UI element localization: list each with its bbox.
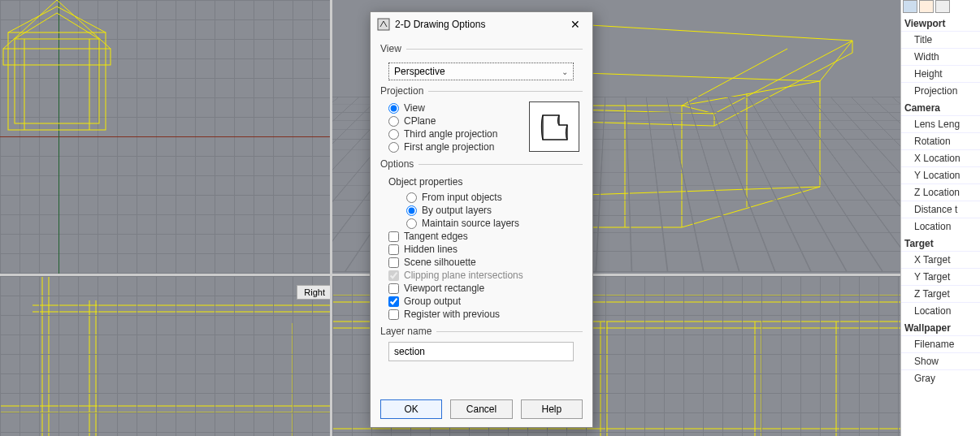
panel-row[interactable]: Height (901, 65, 980, 82)
properties-panel: ViewportTitleWidthHeightProjectionCamera… (900, 0, 980, 436)
dialog-title: 2-D Drawing Options (395, 19, 565, 30)
close-button[interactable]: ✕ (565, 14, 586, 35)
radio-objprops-input[interactable]: From input objects (380, 191, 583, 204)
cancel-button[interactable]: Cancel (450, 399, 512, 419)
group-options: Options (380, 158, 583, 170)
panel-row[interactable]: Location (901, 218, 980, 235)
panel-tab-icons[interactable] (901, 0, 980, 15)
radio-projection-view[interactable]: View (380, 101, 529, 114)
help-button[interactable]: Help (521, 399, 583, 419)
app-icon (377, 18, 390, 31)
tab-icon-1[interactable] (903, 0, 917, 13)
panel-row[interactable]: Z Target (901, 285, 980, 302)
layer-name-input[interactable] (388, 342, 574, 361)
panel-row[interactable]: X Target (901, 251, 980, 268)
panel-row[interactable]: Projection (901, 82, 980, 99)
check-hidden-lines[interactable]: Hidden lines (380, 243, 583, 256)
make2d-dialog: 2-D Drawing Options ✕ View Perspective ⌄… (370, 11, 593, 428)
panel-section-viewport: Viewport (901, 15, 980, 31)
svg-line-4 (57, 6, 106, 32)
svg-rect-1 (15, 39, 99, 123)
check-group-output[interactable]: Group output (380, 295, 583, 308)
panel-row[interactable]: Width (901, 48, 980, 65)
svg-rect-0 (8, 32, 106, 130)
viewport-grid-lines (0, 276, 330, 436)
tab-icon-3[interactable] (935, 0, 950, 13)
radio-objprops-maintain[interactable]: Maintain source layers (380, 217, 583, 230)
object-properties-label: Object properties (380, 170, 583, 191)
radio-projection-third[interactable]: Third angle projection (380, 127, 529, 140)
chevron-down-icon: ⌄ (562, 67, 568, 76)
wireframe-top (0, 0, 138, 138)
panel-row[interactable]: Y Location (901, 166, 980, 183)
panel-section-camera: Camera (901, 99, 980, 115)
view-combobox[interactable]: Perspective ⌄ (388, 63, 574, 80)
panel-row[interactable]: Distance t (901, 201, 980, 218)
panel-row[interactable]: Location (901, 302, 980, 319)
panel-row[interactable]: Z Location (901, 183, 980, 201)
check-tangent-edges[interactable]: Tangent edges (380, 230, 583, 243)
svg-line-7 (3, 0, 57, 49)
svg-line-3 (8, 6, 57, 32)
group-layer-name: Layer name (380, 326, 583, 337)
ok-button[interactable]: OK (380, 399, 442, 419)
panel-row[interactable]: Y Target (901, 268, 980, 285)
svg-line-8 (57, 0, 111, 49)
panel-row[interactable]: Filename (901, 335, 980, 352)
viewport-label-right[interactable]: Right (297, 285, 330, 300)
panel-row[interactable]: Lens Leng (901, 115, 980, 132)
tab-icon-2[interactable] (919, 0, 934, 13)
svg-rect-2 (3, 49, 111, 65)
panel-section-wallpaper: Wallpaper (901, 319, 980, 335)
check-viewport-rectangle[interactable]: Viewport rectangle (380, 282, 583, 295)
dialog-titlebar[interactable]: 2-D Drawing Options ✕ (371, 12, 592, 37)
panel-section-target: Target (901, 235, 980, 251)
check-register-previous[interactable]: Register with previous (380, 308, 583, 321)
panel-row[interactable]: Title (901, 31, 980, 48)
panel-row[interactable]: Show (901, 352, 980, 369)
radio-projection-first[interactable]: First angle projection (380, 140, 529, 153)
panel-row[interactable]: Gray (901, 369, 980, 386)
check-clipping-plane: Clipping plane intersections (380, 269, 583, 282)
radio-objprops-output[interactable]: By output layers (380, 204, 583, 217)
view-combobox-value: Perspective (394, 66, 445, 77)
panel-row[interactable]: Rotation (901, 132, 980, 149)
check-scene-silhouette[interactable]: Scene silhouette (380, 256, 583, 269)
group-view: View (380, 43, 583, 54)
panel-row[interactable]: X Location (901, 149, 980, 166)
projection-preview-icon (529, 101, 579, 152)
viewport-top-left[interactable] (0, 0, 330, 274)
viewport-bottom-left[interactable]: Right (0, 276, 330, 436)
radio-projection-cplane[interactable]: CPlane (380, 114, 529, 127)
group-projection: Projection (380, 85, 583, 97)
